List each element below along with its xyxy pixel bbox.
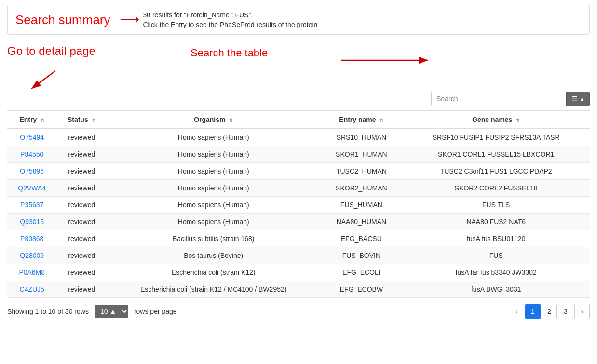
cell-gene-names: FUS TLS [402, 197, 590, 214]
pagination-next[interactable]: › [574, 304, 590, 319]
cell-status: reviewed [56, 230, 107, 247]
sort-icon-entry-name[interactable]: ⇅ [380, 118, 383, 123]
entry-link[interactable]: P84550 [20, 150, 43, 158]
cell-gene-names: SKOR1 CORL1 FUSSEL15 LBXCOR1 [402, 146, 590, 163]
footer-row: Showing 1 to 10 of 30 rows 10 ▲ 25 50 10… [7, 298, 590, 325]
table-row: P35637 reviewed Homo sapiens (Human) FUS… [7, 197, 590, 214]
pagination: ‹ 1 2 3 › [509, 304, 590, 319]
table-section: Go to detail page Search the table [7, 44, 590, 325]
table-header-row: Entry ⇅ Status ⇅ Organism ⇅ Entry name ⇅… [7, 110, 590, 129]
cell-entry[interactable]: P0A6M8 [7, 264, 56, 281]
sort-icon-entry[interactable]: ⇅ [41, 118, 44, 123]
cell-entry[interactable]: C4ZUJ5 [7, 281, 56, 298]
cell-organism: Bos taurus (Bovine) [107, 247, 320, 264]
cell-gene-names: SRSF10 FUSIP1 FUSIP2 SFRS13A TASR [402, 129, 590, 146]
cell-entry[interactable]: O75896 [7, 163, 56, 180]
col-header-status: Status ⇅ [56, 110, 107, 129]
cell-entry[interactable]: O75494 [7, 129, 56, 146]
cell-organism: Escherichia coli (strain K12) [107, 264, 320, 281]
summary-arrow-container: ⟶ 30 results for "Protein_Name : FUS". C… [120, 11, 582, 28]
cell-status: reviewed [56, 180, 107, 197]
sort-icon-gene-names[interactable]: ⇅ [516, 118, 520, 123]
entry-link[interactable]: P0A6M8 [19, 269, 45, 276]
pagination-prev[interactable]: ‹ [509, 304, 524, 319]
columns-button[interactable]: ☰ ▲ [566, 92, 590, 106]
arrow-down-left-icon [27, 68, 65, 93]
go-to-detail-label: Go to detail page [7, 44, 95, 58]
cell-entry-name: SKOR1_HUMAN [320, 146, 402, 163]
cell-entry[interactable]: P35637 [7, 197, 56, 214]
search-summary-title: Search summary [15, 13, 110, 27]
cell-entry-name: FUS_HUMAN [320, 197, 402, 214]
col-header-gene-names: Gene names ⇅ [402, 110, 590, 129]
entry-link[interactable]: Q93015 [20, 218, 44, 226]
cell-entry-name: FUS_BOVIN [320, 247, 402, 264]
table-row: O75896 reviewed Homo sapiens (Human) TUS… [7, 163, 590, 180]
sort-icon-status[interactable]: ⇅ [92, 118, 96, 123]
cell-status: reviewed [56, 247, 107, 264]
summary-sub-text: Click the Entry to see the PhaSePred res… [143, 21, 318, 28]
table-row: P0A6M8 reviewed Escherichia coli (strain… [7, 264, 590, 281]
sort-icon-organism[interactable]: ⇅ [229, 118, 233, 123]
cell-entry[interactable]: Q93015 [7, 214, 56, 230]
footer-left: Showing 1 to 10 of 30 rows 10 ▲ 25 50 10… [7, 305, 177, 318]
cell-entry-name: SRS10_HUMAN [320, 129, 402, 146]
chevron-up-icon: ▲ [580, 96, 584, 102]
table-row: Q28009 reviewed Bos taurus (Bovine) FUS_… [7, 247, 590, 264]
columns-icon: ☰ [571, 95, 578, 103]
entry-link[interactable]: P35637 [20, 201, 43, 209]
col-header-entry: Entry ⇅ [7, 110, 56, 129]
cell-status: reviewed [56, 146, 107, 163]
col-header-entry-name: Entry name ⇅ [320, 110, 402, 129]
cell-gene-names: fusA fus BSU01120 [402, 230, 590, 247]
pagination-page-3[interactable]: 3 [558, 304, 573, 319]
cell-organism: Homo sapiens (Human) [107, 146, 320, 163]
cell-entry-name: EFG_BACSU [320, 230, 402, 247]
entry-link[interactable]: C4ZUJ5 [20, 285, 44, 293]
results-table: Entry ⇅ Status ⇅ Organism ⇅ Entry name ⇅… [7, 110, 590, 298]
entry-link[interactable]: O75896 [20, 167, 44, 175]
cell-entry[interactable]: P80868 [7, 230, 56, 247]
table-row: Q2VWA4 reviewed Homo sapiens (Human) SKO… [7, 180, 590, 197]
cell-entry-name: NAA80_HUMAN [320, 214, 402, 230]
table-row: P84550 reviewed Homo sapiens (Human) SKO… [7, 146, 590, 163]
svg-line-1 [31, 71, 55, 89]
summary-text-block: 30 results for "Protein_Name : FUS". Cli… [143, 11, 318, 28]
cell-gene-names: NAA80 FUS2 NAT6 [402, 214, 590, 230]
cell-organism: Homo sapiens (Human) [107, 180, 320, 197]
showing-text: Showing 1 to 10 of 30 rows [7, 308, 89, 315]
table-row: P80868 reviewed Bacillus subtilis (strai… [7, 230, 590, 247]
arrow-right-to-search-icon [339, 53, 435, 67]
rows-per-page-label: rows per page [134, 308, 177, 315]
search-the-table-label: Search the table [190, 47, 268, 59]
cell-status: reviewed [56, 281, 107, 298]
cell-entry-name: EFG_ECOBW [320, 281, 402, 298]
pagination-page-2[interactable]: 2 [542, 304, 557, 319]
cell-organism: Bacillus subtilis (strain 168) [107, 230, 320, 247]
cell-organism: Homo sapiens (Human) [107, 129, 320, 146]
cell-entry[interactable]: Q2VWA4 [7, 180, 56, 197]
entry-link[interactable]: P80868 [20, 235, 43, 243]
entry-link[interactable]: Q2VWA4 [18, 184, 46, 192]
cell-status: reviewed [56, 264, 107, 281]
cell-entry-name: EFG_ECOLI [320, 264, 402, 281]
cell-gene-names: FUS [402, 247, 590, 264]
search-input[interactable] [431, 92, 566, 106]
rows-per-page-select[interactable]: 10 ▲ 25 50 100 [95, 305, 128, 318]
cell-gene-names: fusA BWG_3031 [402, 281, 590, 298]
summary-main-text: 30 results for "Protein_Name : FUS". [143, 11, 318, 19]
table-row: C4ZUJ5 reviewed Escherichia coli (strain… [7, 281, 590, 298]
entry-link[interactable]: Q28009 [20, 252, 44, 259]
cell-entry-name: SKOR2_HUMAN [320, 180, 402, 197]
search-summary-section: Search summary ⟶ 30 results for "Protein… [7, 5, 590, 35]
table-row: O75494 reviewed Homo sapiens (Human) SRS… [7, 129, 590, 146]
cell-entry[interactable]: Q28009 [7, 247, 56, 264]
cell-gene-names: TUSC2 C3orf11 FUS1 LGCC PDAP2 [402, 163, 590, 180]
cell-status: reviewed [56, 129, 107, 146]
cell-status: reviewed [56, 214, 107, 230]
entry-link[interactable]: O75494 [20, 134, 44, 141]
pagination-page-1[interactable]: 1 [525, 304, 541, 319]
cell-status: reviewed [56, 197, 107, 214]
cell-gene-names: fusA far fus b3340 JW3302 [402, 264, 590, 281]
cell-entry[interactable]: P84550 [7, 146, 56, 163]
